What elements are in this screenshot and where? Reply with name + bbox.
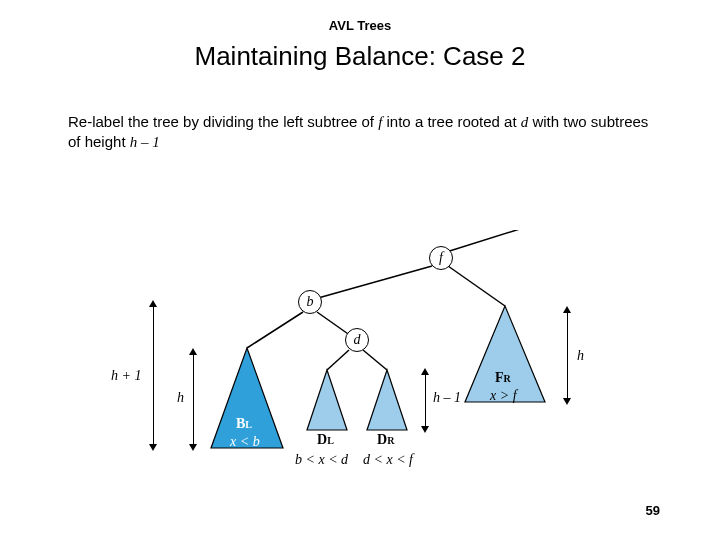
subtree-fr-label: FR xyxy=(495,370,511,386)
label-hplus1: h + 1 xyxy=(111,368,141,384)
node-b-label: b xyxy=(307,294,314,310)
subtree-fr-cond: x > f xyxy=(490,388,517,404)
svg-marker-7 xyxy=(211,348,283,448)
svg-line-0 xyxy=(440,230,555,254)
subtree-fr-sub: R xyxy=(504,373,511,384)
subtree-bl-cond: x < b xyxy=(230,434,260,450)
svg-line-4 xyxy=(317,312,351,336)
node-d-label: d xyxy=(354,332,361,348)
svg-line-6 xyxy=(363,350,387,370)
svg-line-5 xyxy=(327,350,349,370)
subtree-dr-name: D xyxy=(377,432,387,447)
body-text: Re-label the tree by dividing the left s… xyxy=(68,112,652,153)
body-mid: into a tree rooted at xyxy=(382,113,520,130)
node-f: f xyxy=(429,246,453,270)
subtree-dl-name: D xyxy=(317,432,327,447)
body-hexpr: h – 1 xyxy=(130,134,160,150)
subtree-dr-label: DR xyxy=(377,432,394,448)
section-header: AVL Trees xyxy=(0,18,720,33)
subtree-bl-name: B xyxy=(236,416,245,431)
subtree-dr-cond: d < x < f xyxy=(363,452,413,468)
slide-title: Maintaining Balance: Case 2 xyxy=(0,41,720,72)
arrow-hminus1 xyxy=(425,374,426,428)
arrow-h-right-tipup xyxy=(563,306,571,313)
arrow-hplus1 xyxy=(153,306,154,446)
arrow-h-right xyxy=(567,312,568,400)
subtree-dl-label: DL xyxy=(317,432,334,448)
svg-line-1 xyxy=(311,266,432,300)
svg-marker-9 xyxy=(367,370,407,430)
label-h-left: h xyxy=(177,390,184,406)
arrow-hminus1-tipdn xyxy=(421,426,429,433)
svg-line-3 xyxy=(247,312,303,348)
subtree-bl-sub: L xyxy=(245,419,252,430)
subtree-bl-label: BL xyxy=(236,416,252,432)
arrow-hplus1-tipup xyxy=(149,300,157,307)
avl-diagram: f b d BL x < b DL DR b < x < d d < x < f… xyxy=(135,230,595,490)
subtree-dr-sub: R xyxy=(387,435,394,446)
node-f-label: f xyxy=(439,250,443,266)
subtree-dl-sub: L xyxy=(327,435,334,446)
arrow-hminus1-tipup xyxy=(421,368,429,375)
arrow-h-left-tipdn xyxy=(189,444,197,451)
node-d: d xyxy=(345,328,369,352)
diagram-edges xyxy=(135,230,595,490)
arrow-h-right-tipdn xyxy=(563,398,571,405)
arrow-hplus1-tipdn xyxy=(149,444,157,451)
node-b: b xyxy=(298,290,322,314)
svg-line-2 xyxy=(448,266,505,306)
label-hminus1: h – 1 xyxy=(433,390,461,406)
label-h-right: h xyxy=(577,348,584,364)
subtree-dl-cond: b < x < d xyxy=(295,452,348,468)
arrow-h-left-tipup xyxy=(189,348,197,355)
subtree-fr-name: F xyxy=(495,370,504,385)
page-number: 59 xyxy=(646,503,660,518)
arrow-h-left xyxy=(193,354,194,446)
svg-marker-8 xyxy=(307,370,347,430)
body-pre: Re-label the tree by dividing the left s… xyxy=(68,113,378,130)
